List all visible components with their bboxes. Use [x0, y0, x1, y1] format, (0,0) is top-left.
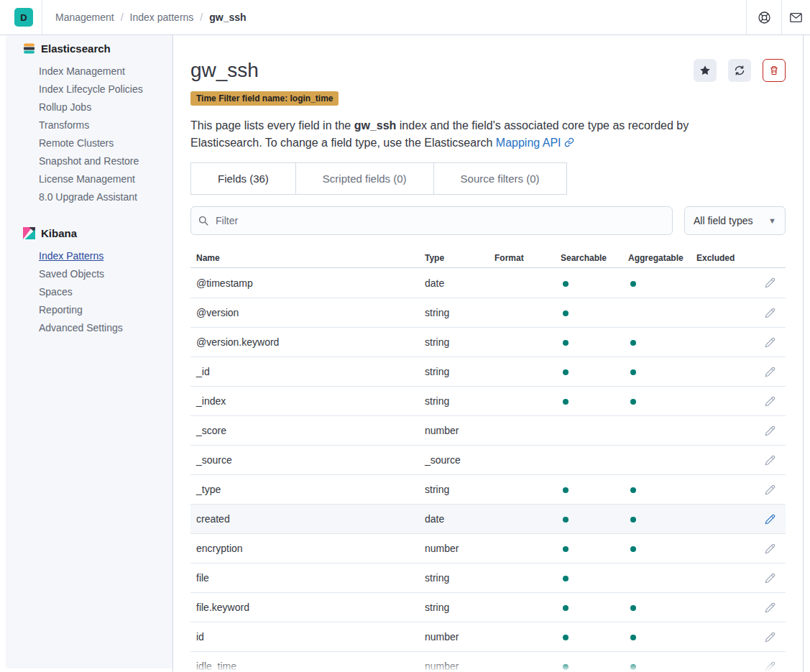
edit-pencil-icon	[765, 396, 776, 407]
field-searchable	[555, 366, 622, 377]
aggregatable-dot	[630, 369, 636, 375]
sidebar-item-spaces[interactable]: Spaces	[39, 282, 172, 300]
filter-input[interactable]	[190, 206, 673, 235]
mail-button[interactable]	[782, 0, 810, 34]
sidebar-item-index-management[interactable]: Index Management	[39, 62, 172, 80]
edit-field-button[interactable]	[765, 396, 776, 407]
field-actions	[746, 632, 786, 643]
mapping-api-link[interactable]: Mapping API	[496, 137, 561, 149]
aggregatable-dot	[630, 546, 636, 552]
elasticsearch-logo-icon	[23, 42, 35, 55]
sidebar-item-reporting[interactable]: Reporting	[39, 300, 172, 318]
table-row: _typestring	[190, 474, 786, 504]
field-name: @version.keyword	[190, 336, 419, 348]
edit-field-button[interactable]	[765, 514, 776, 525]
top-navigation-bar: D Management/Index patterns/gw_ssh	[0, 0, 810, 35]
breadcrumb-item-gw-ssh: gw_ssh	[209, 11, 246, 23]
refresh-button[interactable]	[728, 59, 751, 82]
sidebar-item-transforms[interactable]: Transforms	[39, 116, 172, 134]
sidebar-item-rollup-jobs[interactable]: Rollup Jobs	[39, 98, 172, 116]
sidebar-item-index-lifecycle-policies[interactable]: Index Lifecycle Policies	[39, 80, 172, 98]
trash-icon	[769, 65, 779, 75]
sidebar-item-advanced-settings[interactable]: Advanced Settings	[39, 318, 172, 336]
sidebar-item-snapshot-and-restore[interactable]: Snapshot and Restore	[39, 152, 172, 170]
field-searchable	[555, 543, 622, 554]
divider	[42, 0, 42, 34]
search-icon	[198, 215, 209, 229]
field-name: file.keyword	[190, 602, 419, 613]
edit-field-button[interactable]	[765, 661, 776, 672]
field-actions	[746, 367, 786, 377]
breadcrumb-item-management[interactable]: Management	[55, 11, 114, 23]
table-row: @timestampdate	[190, 268, 786, 298]
sidebar-section-title: Elasticsearch	[41, 42, 111, 55]
topbar-actions	[746, 0, 810, 34]
searchable-dot	[563, 310, 569, 316]
edit-field-button[interactable]	[765, 632, 776, 643]
edit-field-button[interactable]	[765, 455, 776, 466]
edit-pencil-icon	[765, 514, 776, 525]
column-header-name: Name	[190, 253, 419, 263]
edit-field-button[interactable]	[765, 277, 776, 288]
user-avatar[interactable]: D	[14, 8, 33, 27]
sidebar-item-remote-clusters[interactable]: Remote Clusters	[39, 134, 172, 152]
field-types-dropdown[interactable]: All field types ▼	[684, 206, 786, 235]
field-name: _id	[190, 366, 419, 377]
field-searchable	[555, 513, 622, 525]
field-aggregatable	[622, 366, 691, 377]
searchable-dot	[563, 605, 569, 611]
filter-field	[190, 206, 673, 235]
edit-field-button[interactable]	[765, 308, 776, 318]
table-row: idle_timenumber	[190, 651, 786, 672]
breadcrumb-item-index-patterns[interactable]: Index patterns	[130, 11, 194, 23]
sidebar-item-license-management[interactable]: License Management	[39, 170, 172, 188]
searchable-dot	[563, 487, 569, 493]
field-aggregatable	[622, 277, 691, 289]
sidebar-item-saved-objects[interactable]: Saved Objects	[39, 264, 172, 282]
field-name: encryption	[190, 543, 419, 554]
set-default-star-button[interactable]	[694, 59, 717, 82]
time-filter-badge: Time Filter field name: login_time	[190, 91, 339, 106]
field-type: string	[419, 572, 489, 584]
tab-fields-36[interactable]: Fields (36)	[191, 163, 295, 194]
searchable-dot	[563, 517, 569, 523]
aggregatable-dot	[630, 605, 636, 611]
page-description: This page lists every field in the gw_ss…	[190, 117, 726, 152]
refresh-icon	[734, 65, 745, 76]
edit-pencil-icon	[765, 337, 776, 348]
index-name-bold: gw_ssh	[354, 119, 397, 132]
delete-index-pattern-button[interactable]	[763, 59, 786, 82]
edit-field-button[interactable]	[765, 573, 776, 584]
edit-field-button[interactable]	[765, 484, 776, 495]
field-name: _source	[190, 454, 419, 466]
edit-field-button[interactable]	[765, 425, 776, 436]
field-searchable	[555, 395, 622, 407]
tab-scripted-fields-0[interactable]: Scripted fields (0)	[295, 163, 433, 194]
edit-pencil-icon	[765, 425, 776, 436]
column-header-format: Format	[489, 253, 555, 263]
field-type: date	[419, 277, 489, 289]
help-button[interactable]	[747, 0, 781, 34]
field-type: number	[419, 631, 489, 643]
table-row: filestring	[190, 563, 786, 592]
field-actions	[746, 308, 786, 318]
searchable-dot	[563, 281, 569, 287]
sidebar-item-8-0-upgrade-assistant[interactable]: 8.0 Upgrade Assistant	[39, 188, 172, 206]
table-row: idnumber	[190, 622, 786, 651]
field-actions	[746, 396, 786, 407]
searchable-dot	[563, 546, 569, 552]
field-name: created	[190, 513, 419, 525]
field-aggregatable	[622, 661, 691, 672]
edit-field-button[interactable]	[765, 367, 776, 377]
edit-field-button[interactable]	[765, 543, 776, 554]
field-actions	[746, 661, 786, 672]
field-name: @version	[190, 307, 419, 318]
field-name: _score	[190, 425, 419, 436]
table-row: @versionstring	[190, 298, 786, 327]
sidebar-item-index-patterns[interactable]: Index Patterns	[39, 247, 172, 264]
edit-field-button[interactable]	[765, 337, 776, 348]
edit-field-button[interactable]	[765, 602, 776, 613]
tab-source-filters-0[interactable]: Source filters (0)	[433, 163, 566, 194]
kibana-nav-list: Index PatternsSaved ObjectsSpacesReporti…	[23, 247, 172, 336]
table-row: _source_source	[190, 445, 786, 474]
